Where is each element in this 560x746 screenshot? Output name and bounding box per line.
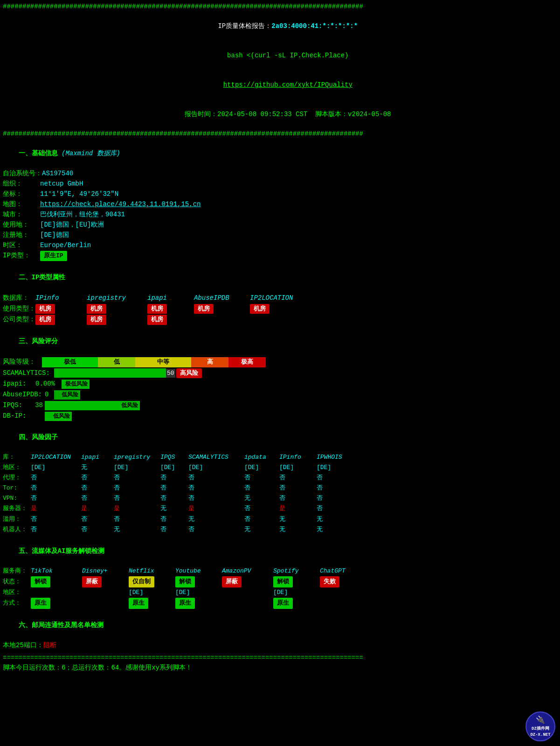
rf-tor-ipapi: 否 (81, 483, 114, 493)
city-row: 城市： 巴伐利亚州，纽伦堡，90431 (3, 210, 557, 220)
rf-tor-ipwhois: 否 (317, 483, 323, 493)
ipapi-badge: 极低风险 (63, 380, 90, 389)
risk-seg-low: 低 (98, 357, 135, 367)
iptype-row: IP类型： 原生IP (3, 251, 557, 261)
port25-row: 本地25端口： 阻断 (3, 641, 557, 650)
rf-server-ipapi: 是 (81, 504, 114, 514)
rf-abuse-label: 滥用： (3, 514, 31, 525)
sm-status-tiktok: 解锁 (31, 576, 50, 587)
company-type-ipinfo: 机房 (35, 315, 55, 325)
watermark-icon: 🔌 (536, 715, 545, 726)
spacer1 (307, 111, 315, 118)
map-row: 地图： https://check.place/49.4423,11.0191,… (3, 200, 557, 209)
risk-seg-high: 高 (191, 357, 228, 367)
watermark-line1: DZ插件网 (532, 726, 549, 732)
usage-row: 使用地： [DE]德国，[EU]欧洲 (3, 220, 557, 230)
usage-type-row: 使用类型： 机房 机房 机房 机房 机房 (3, 304, 557, 314)
rf-db-ipqs: IPQS (160, 452, 188, 463)
ip-address: 2a03:4000:41:*:*:*:*:* (271, 22, 358, 30)
asn-label: 自治系统号： (3, 169, 42, 179)
iptype-label: IP类型： (3, 251, 40, 261)
usage-value: [DE]德国，[EU]欧洲 (40, 220, 104, 230)
ipqs-bar-wrap: 低风险 (45, 401, 140, 410)
script-version: v2024-05-08 (348, 111, 391, 118)
rf-tor-ipqs: 否 (160, 483, 188, 493)
scamalytics-badge: 高风险 (176, 368, 202, 379)
usage-type-label: 使用类型： (3, 304, 35, 314)
rf-server-ipinfo: 是 (279, 504, 317, 514)
rf-vpn-ipapi: 否 (81, 493, 114, 504)
ipqs-label: IPQS: (3, 401, 31, 410)
report-title-label: IP质量体检报告： (218, 22, 271, 30)
rf-proxy-row: 代理： 否 否 否 否 否 否 否 否 (3, 473, 557, 483)
section2-title: 二、IP类型属性 (3, 263, 557, 292)
rf-region-ip2loc: [DE] (31, 463, 81, 473)
abuseipdb-bar-wrap: 低风险 (54, 390, 80, 400)
sm-disney: Disney+ (82, 566, 129, 576)
asn-value: AS197540 (42, 169, 73, 179)
rf-robot-ipinfo: 无 (279, 525, 317, 535)
rf-proxy-ipdata: 否 (244, 473, 279, 483)
sm-method-row: 方式： 原生 原生 原生 原生 (3, 598, 557, 609)
rf-proxy-ipwhois: 否 (317, 473, 323, 483)
section5-title: 五、流媒体及AI服务解锁检测 (3, 537, 557, 566)
watermark-line2: DZ-X.NET (530, 732, 550, 739)
section6-title-text: 六、邮局连通性及黑名单检测 (19, 622, 104, 629)
github-url[interactable]: https://github.com/xykt/IPQuality (223, 81, 353, 89)
rf-vpn-ipqs: 否 (160, 493, 188, 504)
sm-youtube: Youtube (175, 566, 222, 576)
dbip-label: DB-IP: (3, 411, 31, 421)
iptype-badge: 原生IP (40, 251, 67, 261)
main-container: ########################################… (3, 2, 557, 673)
rf-server-ipdata: 否 (244, 504, 279, 514)
rf-db-label: 库： (3, 452, 31, 463)
rf-abuse-row: 滥用： 否 否 否 否 无 否 无 无 (3, 514, 557, 525)
rf-server-row: 服务器： 是 是 是 无 是 否 是 否 (3, 504, 557, 514)
rf-tor-row: Tor: 否 否 否 否 否 否 否 否 (3, 483, 557, 493)
port25-value: 阻断 (43, 641, 56, 650)
ipqs-score-row: IPQS: 38 低风险 (3, 401, 557, 410)
section3-title: 三、风险评分 (3, 327, 557, 356)
header-title-line: IP质量体检报告：2a03:4000:41:*:*:*:*:* (3, 12, 557, 41)
db-ipapi: ipapi (147, 293, 194, 303)
db-label: 数据库： (3, 293, 35, 303)
sm-method-youtube: 原生 (175, 598, 195, 609)
top-separator: ########################################… (3, 2, 557, 12)
map-url[interactable]: https://check.place/49.4423,11.0191,15,c… (40, 200, 200, 209)
risk-level-label: 风险等级： (3, 357, 40, 367)
rf-robot-ipapi: 否 (81, 525, 114, 535)
rf-region-ipregistry: [DE] (114, 463, 160, 473)
section5-title-text: 五、流媒体及AI服务解锁检测 (19, 547, 105, 555)
rf-robot-row: 机器人： 否 否 无 否 否 无 无 无 (3, 525, 557, 535)
section2-title-text: 二、IP类型属性 (19, 274, 66, 281)
rf-db-ipapi: ipapi (81, 452, 114, 463)
rf-vpn-ipdata: 无 (244, 493, 279, 504)
ipapi-bar-wrap: 极低风险 (62, 380, 90, 389)
rf-db-row: 库： IP2LOCATION ipapi ipregistry IPQS SCA… (3, 452, 557, 463)
section4-title: 四、风险因子 (3, 423, 557, 452)
sm-region-row: 地区： [DE] [DE] [DE] (3, 587, 557, 598)
abuseipdb-score-row: AbuseIPDB: 0 低风险 (3, 390, 557, 400)
sm-method-spotify: 原生 (273, 598, 293, 609)
org-label: 组织： (3, 179, 40, 189)
rf-db-ipinfo: IPinfo (279, 452, 317, 463)
bottom-separator: ########################################… (3, 129, 557, 139)
sm-status-row: 状态： 解锁 屏蔽 仅自制 解锁 屏蔽 解锁 失败 (3, 576, 557, 587)
rf-region-row: 地区： [DE] 无 [DE] [DE] [DE] [DE] [DE] [DE] (3, 463, 557, 473)
rf-tor-scam: 否 (188, 483, 244, 493)
scamalytics-bar-wrap: 50 高风险 (54, 368, 202, 379)
report-time: 2024-05-08 09:52:33 CST (217, 111, 307, 118)
rf-server-ipregistry: 是 (114, 504, 160, 514)
abuseipdb-label: AbuseIPDB: (3, 390, 45, 400)
sm-region-youtube: [DE] (175, 587, 222, 598)
sm-region-label: 地区： (3, 587, 31, 598)
rf-vpn-ip2loc: 否 (31, 493, 81, 504)
dbip-badge: 低风险 (51, 412, 72, 421)
sm-method-label: 方式： (3, 598, 31, 608)
sm-method-tiktok: 原生 (31, 598, 50, 609)
cmd-text: bash <(curl -sL IP.Check.Place) (227, 52, 348, 59)
rf-vpn-ipinfo: 否 (279, 493, 317, 504)
section1-title: 一、基础信息 (Maxmind 数据库) (3, 139, 557, 168)
scamalytics-value: 50 (166, 369, 175, 378)
coord-value: 11°1′9″E, 49°26′32″N (40, 189, 118, 199)
